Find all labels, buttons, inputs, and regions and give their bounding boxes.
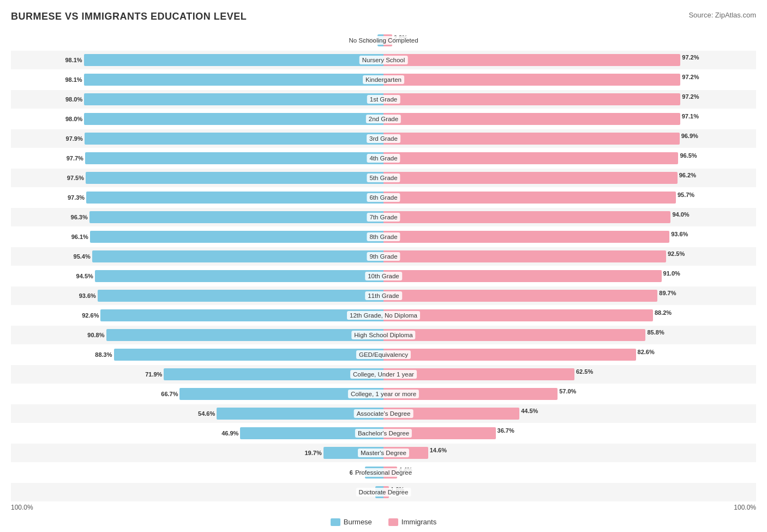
table-row: 97.7%96.5%4th Grade	[11, 149, 756, 168]
blue-bar: 97.7%	[85, 152, 384, 164]
pink-bar: 95.7%	[384, 192, 676, 204]
left-section: 66.7%	[11, 385, 384, 403]
left-section: 97.9%	[11, 129, 384, 148]
pink-value: 96.5%	[680, 152, 697, 159]
right-section: 1.8%	[384, 483, 756, 501]
blue-value: 97.7%	[67, 155, 83, 162]
blue-bar: 95.4%	[92, 250, 384, 262]
pink-bar: 57.0%	[384, 388, 558, 400]
blue-value: 98.0%	[65, 116, 82, 122]
right-section: 62.5%	[384, 365, 756, 384]
left-section: 46.9%	[11, 424, 384, 443]
left-section: 96.3%	[11, 208, 384, 226]
pink-bar: 97.2%	[384, 54, 680, 66]
bars-area: 1.9%2.8%No Schooling Completed98.1%97.2%…	[11, 31, 756, 501]
right-section: 93.6%	[384, 228, 756, 246]
blue-value: 98.0%	[65, 96, 82, 103]
blue-bar: 1.9%	[377, 34, 384, 46]
axis-labels: 100.0% 100.0%	[11, 504, 756, 511]
right-section: 89.7%	[384, 286, 756, 305]
left-section: 88.3%	[11, 345, 384, 364]
pink-value: 97.1%	[682, 113, 699, 119]
blue-bar: 97.5%	[86, 172, 384, 184]
right-section: 97.1%	[384, 110, 756, 128]
pink-value: 97.2%	[682, 93, 699, 100]
left-section: 97.5%	[11, 169, 384, 187]
blue-bar: 98.0%	[84, 93, 384, 105]
right-section: 57.0%	[384, 385, 756, 403]
blue-bar: 19.7%	[323, 447, 384, 459]
table-row: 93.6%89.7%11th Grade	[11, 286, 756, 305]
pink-value: 97.2%	[682, 54, 699, 61]
table-row: 90.8%85.8%High School Diploma	[11, 326, 756, 344]
table-row: 1.9%2.8%No Schooling Completed	[11, 31, 756, 50]
table-row: 97.9%96.9%3rd Grade	[11, 129, 756, 148]
blue-value: 94.5%	[76, 273, 93, 279]
blue-value: 92.6%	[82, 312, 99, 319]
right-section: 96.2%	[384, 169, 756, 187]
blue-value: 97.3%	[68, 194, 85, 201]
pink-bar: 97.2%	[384, 93, 680, 105]
table-row: 98.0%97.1%2nd Grade	[11, 110, 756, 128]
pink-value: 91.0%	[663, 270, 680, 277]
pink-value: 85.8%	[647, 329, 664, 336]
blue-bar: 88.3%	[114, 349, 384, 361]
right-section: 97.2%	[384, 51, 756, 69]
blue-bar: 66.7%	[179, 388, 384, 400]
pink-bar: 96.9%	[384, 133, 680, 145]
left-section: 71.9%	[11, 365, 384, 384]
pink-bar: 88.2%	[384, 309, 653, 321]
left-section: 54.6%	[11, 404, 384, 423]
blue-bar: 96.1%	[90, 231, 384, 243]
pink-bar: 4.4%	[384, 467, 397, 479]
table-row: 66.7%57.0%College, 1 year or more	[11, 385, 756, 403]
table-row: 54.6%44.5%Associate's Degree	[11, 404, 756, 423]
pink-value: 96.9%	[681, 133, 698, 139]
pink-value: 2.8%	[394, 34, 408, 41]
axis-right: 100.0%	[734, 504, 756, 511]
table-row: 2.6%1.8%Doctorate Degree	[11, 483, 756, 501]
chart-legend: Burmese Immigrants	[11, 518, 756, 526]
pink-bar: 85.8%	[384, 329, 645, 341]
legend-immigrants-label: Immigrants	[402, 518, 436, 526]
chart-header: BURMESE VS IMMIGRANTS EDUCATION LEVEL So…	[11, 11, 756, 22]
legend-immigrants-box	[388, 518, 398, 526]
blue-bar: 98.1%	[84, 74, 384, 86]
blue-value: 97.9%	[66, 135, 83, 142]
right-section: 96.9%	[384, 129, 756, 148]
blue-bar: 97.3%	[86, 192, 384, 204]
table-row: 71.9%62.5%College, Under 1 year	[11, 365, 756, 384]
pink-value: 82.6%	[638, 349, 655, 355]
chart-source: Source: ZipAtlas.com	[688, 11, 756, 19]
blue-bar: 2.6%	[375, 486, 384, 498]
right-section: 2.8%	[384, 31, 756, 50]
legend-burmese-box	[331, 518, 340, 526]
table-row: 94.5%91.0%10th Grade	[11, 267, 756, 285]
pink-value: 94.0%	[672, 211, 689, 218]
table-row: 19.7%14.6%Master's Degree	[11, 444, 756, 462]
left-section: 19.7%	[11, 444, 384, 462]
right-section: 44.5%	[384, 404, 756, 423]
blue-value: 71.9%	[145, 371, 162, 378]
blue-value: 46.9%	[221, 430, 238, 437]
right-section: 85.8%	[384, 326, 756, 344]
pink-bar: 96.2%	[384, 172, 678, 184]
axis-left: 100.0%	[11, 504, 33, 511]
blue-bar: 92.6%	[100, 309, 384, 321]
right-section: 88.2%	[384, 306, 756, 325]
blue-bar: 46.9%	[240, 427, 384, 439]
blue-value: 2.6%	[360, 489, 374, 495]
blue-value: 93.6%	[79, 292, 96, 299]
blue-bar: 71.9%	[164, 368, 384, 380]
blue-bar: 94.5%	[95, 270, 384, 282]
blue-bar: 6.1%	[365, 467, 384, 479]
pink-bar: 1.8%	[384, 486, 389, 498]
chart-title: BURMESE VS IMMIGRANTS EDUCATION LEVEL	[11, 11, 247, 22]
pink-bar: 96.5%	[384, 152, 678, 164]
chart-container: BURMESE VS IMMIGRANTS EDUCATION LEVEL So…	[11, 11, 756, 526]
legend-burmese: Burmese	[331, 518, 372, 526]
right-section: 91.0%	[384, 267, 756, 285]
left-section: 97.7%	[11, 149, 384, 168]
pink-value: 36.7%	[498, 427, 514, 434]
right-section: 97.2%	[384, 70, 756, 89]
